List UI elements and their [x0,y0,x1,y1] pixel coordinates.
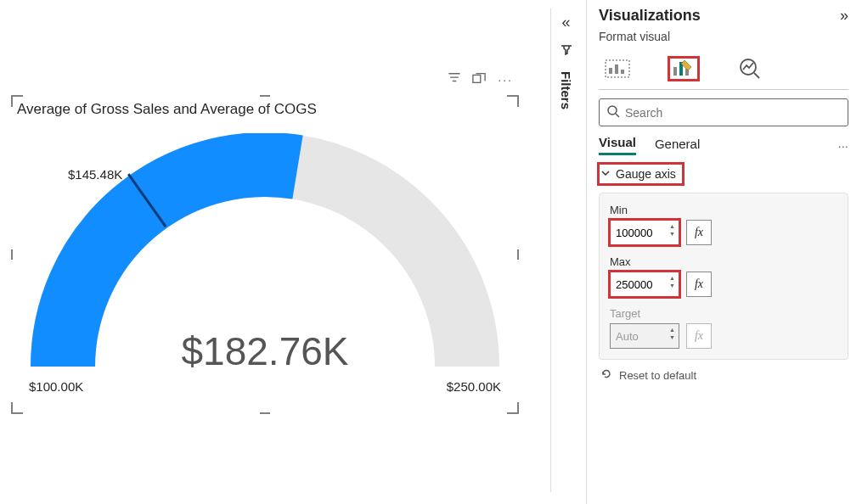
target-input [616,330,662,343]
chevron-down-icon [600,167,611,181]
visual-toolbar: ··· [448,72,513,87]
gauge-value-label: $182.76K [12,328,518,374]
format-mode-tabs [599,52,848,90]
chart-title: Average of Gross Sales and Average of CO… [17,101,317,118]
report-canvas[interactable]: ··· Average of Gross Sales and Average o… [0,0,545,504]
visualizations-title: Visualizations [599,7,701,25]
gauge-min-label: $100.00K [29,379,83,394]
spinner-up-icon[interactable]: ▲ [669,275,675,281]
resize-handle-t[interactable] [260,95,270,97]
svg-line-10 [754,73,759,78]
resize-handle-tr[interactable] [507,95,519,107]
format-visual-icon[interactable] [668,57,699,81]
build-visual-icon[interactable] [602,57,633,81]
reset-icon [600,368,612,383]
search-icon [606,104,620,120]
svg-rect-0 [473,75,481,82]
spinner-down-icon: ▼ [669,334,675,340]
expand-chevron-icon[interactable]: » [840,7,848,25]
spinner-up-icon: ▲ [669,327,675,333]
min-input-wrapper[interactable]: ▲▼ [610,220,679,245]
svg-rect-4 [615,64,618,74]
tab-general[interactable]: General [655,137,700,154]
tab-visual[interactable]: Visual [599,135,636,155]
analytics-icon[interactable] [735,57,765,81]
visualizations-pane: Visualizations » Format visual Visual Ge… [586,0,860,504]
spinner-up-icon[interactable]: ▲ [669,223,675,229]
max-input-wrapper[interactable]: ▲▼ [610,272,679,297]
gauge-chart: $145.48K $182.76K $100.00K $250.00K [12,125,518,413]
target-input-wrapper: ▲▼ [610,323,679,349]
spinner-down-icon[interactable]: ▼ [669,283,675,288]
focus-mode-icon[interactable] [472,72,486,87]
min-fx-button[interactable]: fx [686,220,712,245]
gauge-max-label: $250.00K [447,379,501,394]
section-gauge-axis-header[interactable]: Gauge axis [599,164,683,184]
svg-rect-5 [621,70,624,74]
gauge-target-label: $145.48K [68,167,122,182]
min-input[interactable] [616,227,662,239]
max-fx-button[interactable]: fx [686,272,712,297]
filters-pane-label[interactable]: Filters [559,71,573,109]
tabs-more-icon[interactable]: ··· [837,138,848,153]
section-gauge-axis-title: Gauge axis [616,167,676,181]
section-gauge-axis-body: Min ▲▼ fx Max ▲▼ fx Target [599,193,848,360]
filters-funnel-icon[interactable] [560,43,573,59]
min-label: Min [610,204,837,216]
collapse-chevron-icon[interactable]: « [561,14,570,31]
svg-rect-6 [673,67,677,76]
format-search-input[interactable] [625,106,841,120]
max-label: Max [610,255,837,268]
svg-line-12 [616,114,619,117]
max-input[interactable] [616,278,662,291]
filters-pane-collapsed[interactable]: « Filters [550,8,581,492]
filter-icon[interactable] [448,72,460,87]
svg-point-11 [608,106,617,115]
format-search-box[interactable] [599,98,848,126]
reset-to-default-label: Reset to default [619,369,696,382]
target-fx-button: fx [686,323,712,349]
svg-rect-3 [609,68,612,74]
format-visual-subtitle: Format visual [599,30,848,43]
more-options-icon[interactable]: ··· [498,73,513,87]
target-label: Target [610,307,837,320]
gauge-visual[interactable]: ··· Average of Gross Sales and Average o… [12,96,518,413]
spinner-down-icon[interactable]: ▼ [669,231,675,237]
reset-to-default[interactable]: Reset to default [599,368,848,383]
visual-frame[interactable]: Average of Gross Sales and Average of CO… [12,96,518,413]
